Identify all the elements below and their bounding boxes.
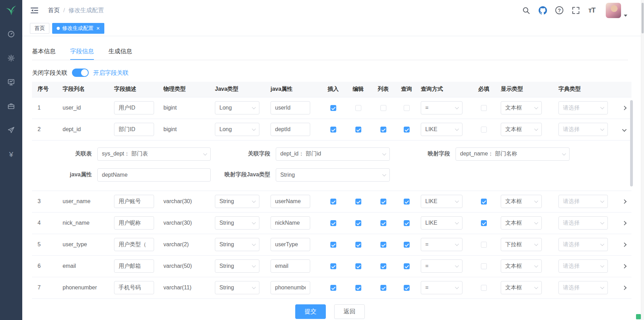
- tab-basic-info[interactable]: 基本信息: [32, 43, 56, 60]
- insert-checkbox[interactable]: [330, 105, 336, 111]
- dict-type-select[interactable]: 请选择: [558, 123, 608, 136]
- app-logo[interactable]: [0, 0, 22, 21]
- expand-row-icon[interactable]: [622, 221, 627, 225]
- query-mode-select[interactable]: =: [421, 101, 462, 114]
- page-scrollbar-thumb[interactable]: [642, 3, 644, 33]
- display-type-select[interactable]: 文本框: [501, 195, 542, 208]
- list-checkbox[interactable]: [380, 285, 386, 291]
- java-attr-input[interactable]: deptName: [97, 168, 211, 182]
- query-checkbox[interactable]: [404, 199, 410, 205]
- java-type-select[interactable]: String: [215, 195, 259, 208]
- breadcrumb-home[interactable]: 首页: [48, 6, 60, 14]
- expand-row-icon[interactable]: [622, 106, 627, 110]
- java-type-select[interactable]: String: [215, 238, 259, 251]
- column-desc-input[interactable]: 用户ID: [114, 101, 154, 114]
- display-type-select[interactable]: 文本框: [501, 101, 542, 114]
- required-checkbox[interactable]: [481, 242, 487, 248]
- java-attr-input[interactable]: nickName: [271, 216, 310, 230]
- back-button[interactable]: 返回: [334, 304, 365, 319]
- relation-table-select[interactable]: sys_dept： 部门表: [97, 147, 211, 161]
- dict-type-select[interactable]: 请选择: [558, 216, 608, 230]
- column-desc-input[interactable]: 用户邮箱: [114, 259, 154, 273]
- query-mode-select[interactable]: LIKE: [421, 216, 462, 230]
- expand-row-icon[interactable]: [622, 264, 627, 269]
- required-checkbox[interactable]: [481, 263, 487, 269]
- tab-field-info[interactable]: 字段信息: [70, 43, 94, 60]
- expand-row-icon[interactable]: [622, 242, 627, 247]
- query-checkbox[interactable]: [404, 285, 410, 291]
- insert-checkbox[interactable]: [330, 127, 336, 133]
- edit-checkbox[interactable]: [355, 285, 361, 291]
- java-type-select[interactable]: Long: [215, 123, 259, 136]
- list-checkbox[interactable]: [380, 220, 386, 226]
- sidebar-item-tools[interactable]: [7, 102, 15, 110]
- display-type-select[interactable]: 文本框: [501, 281, 542, 294]
- close-icon[interactable]: ×: [96, 25, 100, 31]
- user-avatar[interactable]: [606, 3, 627, 18]
- java-type-select[interactable]: String: [215, 216, 259, 230]
- sidebar-item-dashboard[interactable]: [7, 30, 15, 38]
- dict-type-select[interactable]: 请选择: [558, 238, 608, 251]
- query-checkbox[interactable]: [404, 220, 410, 226]
- required-checkbox[interactable]: [481, 285, 487, 291]
- tab-gen-info[interactable]: 生成信息: [108, 43, 132, 60]
- query-mode-select[interactable]: =: [421, 281, 462, 294]
- display-type-select[interactable]: 文本框: [501, 216, 542, 230]
- java-attr-input[interactable]: phonenumber: [271, 281, 310, 294]
- query-mode-select[interactable]: LIKE: [421, 123, 462, 136]
- query-checkbox[interactable]: [404, 263, 410, 269]
- column-desc-input[interactable]: 部门ID: [114, 123, 154, 136]
- submit-button[interactable]: 提交: [295, 304, 326, 319]
- edit-checkbox[interactable]: [355, 220, 361, 226]
- column-desc-input[interactable]: 手机号码: [114, 281, 154, 294]
- insert-checkbox[interactable]: [330, 199, 336, 205]
- java-type-select[interactable]: Long: [215, 101, 259, 114]
- relation-field-select[interactable]: dept_id： 部门id: [276, 147, 390, 161]
- required-checkbox[interactable]: [481, 127, 487, 133]
- query-checkbox[interactable]: [404, 105, 410, 111]
- required-checkbox[interactable]: [481, 105, 487, 111]
- display-type-select[interactable]: 文本框: [501, 259, 542, 273]
- query-checkbox[interactable]: [404, 127, 410, 133]
- query-mode-select[interactable]: =: [421, 238, 462, 251]
- sidebar-item-monitor[interactable]: [7, 78, 15, 86]
- field-relation-switch[interactable]: [72, 69, 89, 77]
- column-desc-input[interactable]: 用户账号: [114, 195, 154, 208]
- mapping-java-type-select[interactable]: String: [276, 168, 390, 182]
- edit-checkbox[interactable]: [355, 242, 361, 248]
- display-type-select[interactable]: 文本框: [501, 123, 542, 136]
- dict-type-select[interactable]: 请选择: [558, 101, 608, 114]
- required-checkbox[interactable]: [481, 199, 487, 205]
- insert-checkbox[interactable]: [330, 285, 336, 291]
- list-checkbox[interactable]: [380, 263, 386, 269]
- list-checkbox[interactable]: [380, 105, 386, 111]
- list-checkbox[interactable]: [380, 127, 386, 133]
- java-attr-input[interactable]: userId: [271, 101, 310, 114]
- java-attr-input[interactable]: userType: [271, 238, 310, 251]
- insert-checkbox[interactable]: [330, 220, 336, 226]
- sidebar-toggle-icon[interactable]: [30, 6, 39, 15]
- help-icon[interactable]: ?: [555, 6, 563, 14]
- search-icon[interactable]: [522, 6, 530, 15]
- dict-type-select[interactable]: 请选择: [558, 281, 608, 294]
- expand-row-icon[interactable]: [622, 286, 627, 290]
- query-mode-select[interactable]: LIKE: [421, 195, 462, 208]
- dict-type-select[interactable]: 请选择: [558, 195, 608, 208]
- sidebar-item-pay[interactable]: ¥: [7, 150, 15, 158]
- github-icon[interactable]: [539, 6, 547, 15]
- java-type-select[interactable]: String: [215, 259, 259, 273]
- column-desc-input[interactable]: 用户类型（: [114, 238, 154, 251]
- insert-checkbox[interactable]: [330, 242, 336, 248]
- query-mode-select[interactable]: =: [421, 259, 462, 273]
- java-type-select[interactable]: String: [215, 281, 259, 294]
- fullscreen-icon[interactable]: [572, 6, 580, 15]
- table-scrollbar-thumb[interactable]: [630, 100, 633, 186]
- java-attr-input[interactable]: deptId: [271, 123, 310, 136]
- expand-row-icon[interactable]: [622, 199, 627, 204]
- dict-type-select[interactable]: 请选择: [558, 259, 608, 273]
- insert-checkbox[interactable]: [330, 263, 336, 269]
- edit-checkbox[interactable]: [355, 263, 361, 269]
- tag-current-page[interactable]: 修改生成配置 ×: [52, 23, 104, 34]
- java-attr-input[interactable]: email: [271, 259, 310, 273]
- sidebar-item-website[interactable]: [7, 126, 15, 134]
